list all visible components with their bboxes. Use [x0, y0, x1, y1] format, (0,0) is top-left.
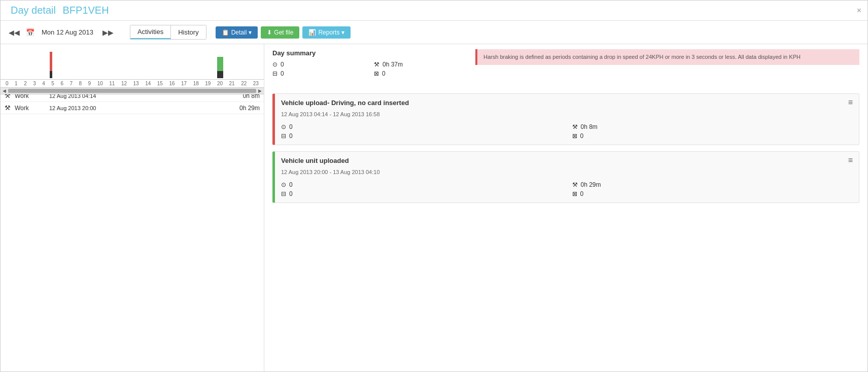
title-main: Day detail [11, 5, 56, 16]
card-2-title: Vehicle unit uploaded [281, 157, 349, 164]
card-1-rest: ⊟ 0 [281, 132, 562, 140]
rest-value: 0 [289, 132, 293, 140]
tab-activities[interactable]: Activities [130, 25, 171, 39]
right-panel: Day summary ⊙ 0 ⚒ 0h 37m ⊟ 0 [264, 44, 867, 371]
rest-icon: ⊟ [281, 132, 286, 140]
timeline-axis: 0123 4567 891011 12131415 16171819 20212… [1, 79, 264, 86]
harsh-braking-tooltip: Harsh braking is defined as periods cont… [475, 49, 859, 65]
summary-cross: ⊠ 0 [374, 70, 465, 77]
card-1-header: Vehicle upload- Driving, no card inserte… [275, 94, 859, 111]
card-1-title: Vehicle upload- Driving, no card inserte… [281, 99, 409, 107]
card-1-stats: ⊙ 0 ⚒ 0h 8m ⊟ 0 ⊠ 0 [275, 120, 859, 145]
scroll-left-arrow[interactable]: ◀ [3, 88, 6, 93]
summary-grid: ⊙ 0 ⚒ 0h 37m ⊟ 0 ⊠ 0 [272, 61, 465, 77]
date-label: Mon 12 Aug 2013 [42, 28, 93, 36]
driving-value: 0 [281, 61, 284, 68]
timeline-bar-green [217, 57, 223, 71]
activity-list: ⚒ Work 12 Aug 2013 04:14 0h 8m ⚒ Work 12… [1, 90, 264, 371]
card-2-header: Vehicle unit uploaded ≡ [275, 152, 859, 169]
summary-driving: ⊙ 0 [272, 61, 364, 68]
get-file-button[interactable]: ⬇ Get file [261, 26, 299, 39]
title-bar: Day detail BFP1VEH × [1, 1, 867, 21]
activity-type: Work [15, 105, 45, 112]
summary-work: ⚒ 0h 37m [374, 61, 465, 68]
cross-icon: ⊠ [374, 70, 379, 77]
card-2-date: 12 Aug 2013 20:00 - 13 Aug 2013 04:10 [275, 169, 859, 178]
calendar-icon: 📅 [26, 28, 34, 37]
rest-value: 0 [281, 70, 284, 77]
page-title: Day detail BFP1VEH [7, 5, 109, 16]
card-1-work: ⚒ 0h 8m [572, 123, 853, 130]
nav-prev-button[interactable]: ◀◀ [7, 27, 22, 38]
scroll-track [8, 89, 256, 93]
work-icon: ⚒ [374, 61, 379, 68]
timeline-bar-black-2 [217, 71, 223, 78]
timeline-bar-black-1 [50, 71, 52, 78]
main-window: Day detail BFP1VEH × ◀◀ 📅 Mon 12 Aug 201… [0, 0, 868, 372]
driving-icon: ⊙ [281, 181, 286, 188]
card-2-cross: ⊠ 0 [572, 190, 853, 197]
driving-icon: ⊙ [281, 123, 286, 130]
day-summary-title: Day summary [272, 49, 465, 57]
card-1-date: 12 Aug 2013 04:14 - 12 Aug 2013 16:58 [275, 111, 859, 120]
cross-value: 0 [580, 132, 584, 140]
scroll-thumb [8, 89, 256, 93]
card-1-menu-icon[interactable]: ≡ [848, 98, 853, 107]
get-file-label: Get file [274, 29, 293, 36]
activity-date: 12 Aug 2013 20:00 [49, 105, 230, 111]
timeline-area: 0123 4567 891011 12131415 16171819 20212… [1, 44, 264, 90]
scroll-right-arrow[interactable]: ▶ [258, 88, 262, 93]
chart-icon: 📊 [308, 29, 316, 36]
day-summary: Day summary ⊙ 0 ⚒ 0h 37m ⊟ 0 [272, 49, 465, 77]
rest-icon: ⊟ [281, 190, 286, 197]
timeline-bar-red [50, 52, 52, 71]
title-vehicle: BFP1VEH [63, 5, 109, 16]
card-2-stats: ⊙ 0 ⚒ 0h 29m ⊟ 0 ⊠ 0 [275, 178, 859, 202]
work-value: 0h 29m [581, 181, 601, 188]
summary-rest: ⊟ 0 [272, 70, 364, 77]
reports-button[interactable]: 📊 Reports ▾ [302, 26, 351, 39]
card-vehicle-upload: Vehicle upload- Driving, no card inserte… [272, 93, 859, 145]
card-2-menu-icon[interactable]: ≡ [848, 156, 853, 165]
card-2-driving: ⊙ 0 [281, 181, 562, 188]
card-vehicle-uploaded: Vehicle unit uploaded ≡ 12 Aug 2013 20:0… [272, 151, 859, 203]
tooltip-text: Harsh braking is defined as periods cont… [483, 54, 801, 60]
card-2-work: ⚒ 0h 29m [572, 181, 853, 188]
summary-row: Day summary ⊙ 0 ⚒ 0h 37m ⊟ 0 [272, 49, 859, 85]
button-group: 📋 Detail ▾ ⬇ Get file 📊 Reports ▾ [216, 26, 351, 39]
left-panel: 0123 4567 891011 12131415 16171819 20212… [1, 44, 264, 371]
card-1-driving: ⊙ 0 [281, 123, 562, 130]
activity-row: ⚒ Work 12 Aug 2013 20:00 0h 29m [1, 102, 264, 114]
work-icon: ⚒ [572, 123, 578, 130]
reports-caret: ▾ [341, 29, 344, 36]
driving-value: 0 [289, 181, 293, 188]
close-button[interactable]: × [857, 6, 861, 15]
work-value: 0h 37m [383, 61, 403, 68]
driving-icon: ⊙ [272, 61, 277, 68]
detail-label: Detail [231, 29, 247, 36]
work-icon: ⚒ [572, 181, 578, 188]
reports-label: Reports [318, 29, 339, 36]
detail-button[interactable]: 📋 Detail ▾ [216, 26, 258, 39]
cross-value: 0 [580, 190, 584, 197]
driving-value: 0 [289, 123, 293, 130]
timeline-scrollbar[interactable]: ◀ ▶ [1, 87, 264, 94]
rest-icon: ⊟ [272, 70, 277, 77]
cross-value: 0 [382, 70, 386, 77]
tab-history[interactable]: History [171, 25, 205, 39]
card-1-cross: ⊠ 0 [572, 132, 853, 140]
download-icon: ⬇ [267, 29, 272, 36]
file-icon: 📋 [222, 29, 229, 36]
main-content: 0123 4567 891011 12131415 16171819 20212… [1, 44, 867, 371]
activity-duration: 0h 29m [234, 105, 260, 112]
cross-icon: ⊠ [572, 190, 577, 197]
rest-value: 0 [289, 190, 293, 197]
detail-caret: ▾ [249, 29, 252, 36]
work-icon: ⚒ [5, 104, 11, 112]
toolbar: ◀◀ 📅 Mon 12 Aug 2013 ▶▶ Activities Histo… [1, 21, 867, 44]
work-value: 0h 8m [581, 123, 598, 130]
cross-icon: ⊠ [572, 132, 577, 140]
tab-group: Activities History [130, 25, 206, 40]
card-2-rest: ⊟ 0 [281, 190, 562, 197]
nav-next-button[interactable]: ▶▶ [100, 27, 116, 38]
